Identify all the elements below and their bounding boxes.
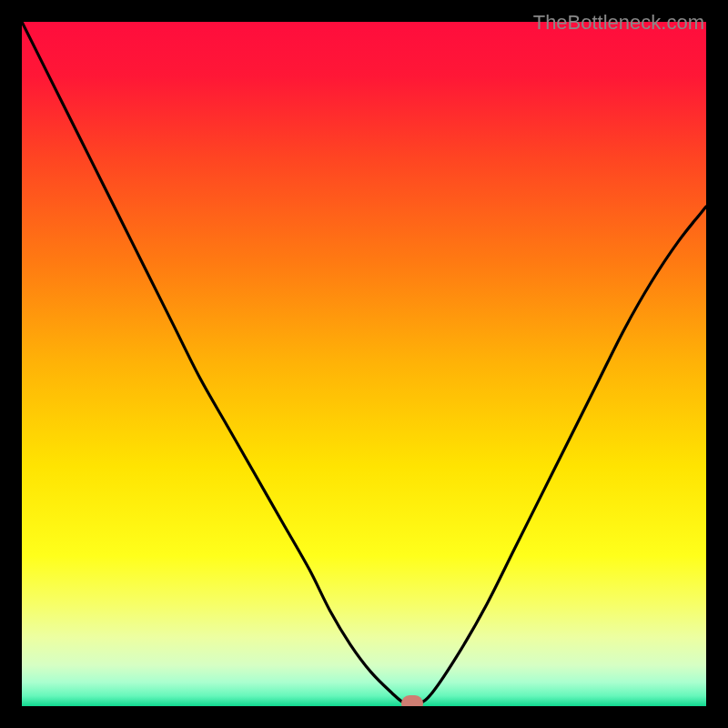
chart-frame: TheBottleneck.com	[11, 11, 717, 717]
optimal-marker	[401, 695, 423, 706]
plot-area	[22, 22, 706, 706]
bottleneck-curve	[22, 22, 706, 706]
watermark-text: TheBottleneck.com	[533, 11, 704, 35]
